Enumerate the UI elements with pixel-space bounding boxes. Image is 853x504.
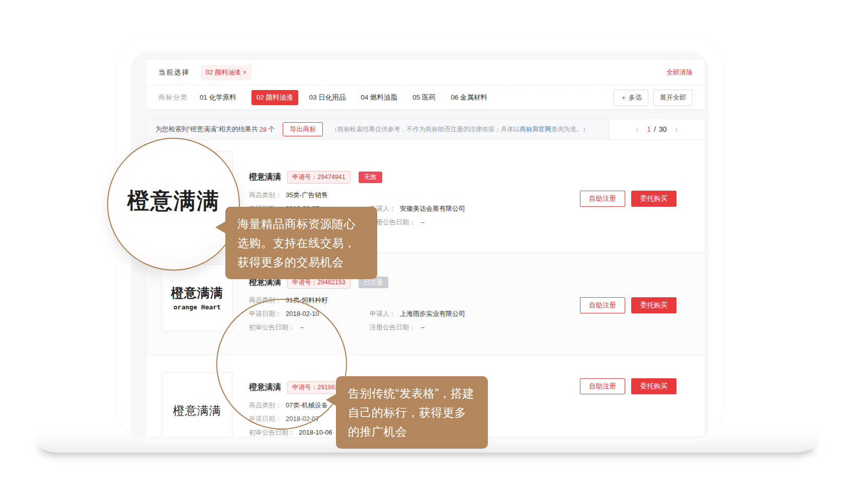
expand-all-button[interactable]: 展开全部	[653, 90, 693, 106]
status-badge: 无效	[359, 172, 382, 183]
export-trademark-button[interactable]: 导出商标	[283, 122, 323, 136]
field-value: 35类-广告销售	[286, 188, 328, 202]
magnifier-lens-top: 橙意满满	[107, 138, 240, 271]
results-count-prefix: 为您检索到“橙意满满”相关的结果共	[155, 125, 258, 134]
next-page-icon[interactable]: ›	[667, 124, 686, 135]
category-label: 商标分类	[158, 93, 188, 102]
field-value: 上海雨步实业有限公司	[400, 307, 465, 320]
magnifier-lens-bottom	[216, 299, 347, 430]
clear-all-link[interactable]: 全部清除	[666, 68, 693, 77]
trademark-name: 橙意满满	[249, 172, 281, 183]
tooltip-promotion: 告别传统“发表格”，搭建自己的标行，获得更多的推广机会	[336, 376, 488, 449]
category-list: 01 化学原料 02 颜料油漆 03 日化用品 04 燃料油脂 05 医药 06…	[200, 90, 502, 105]
field-label: 注册公告日期：	[370, 320, 415, 334]
category-item-04[interactable]: 04 燃料油脂	[361, 93, 397, 102]
multi-select-button[interactable]: ＋ 多选	[614, 90, 648, 106]
pagination: ‹ 1 / 30 ›	[609, 119, 705, 139]
application-number-tag: 申请号：29474941	[287, 171, 351, 184]
prev-page-icon[interactable]: ‹	[628, 124, 647, 135]
trademark-image-subtext: orange Heart	[174, 303, 221, 311]
total-pages: 30	[659, 125, 667, 133]
trademark-image: 橙意满满 orange Heart	[161, 264, 233, 331]
magnified-trademark-text: 橙意满满	[127, 186, 220, 216]
disclaimer-text: （商标检索结果仅供参考，不作为商标能否注册的法律依据；具体以商标局官网查询为准。…	[331, 125, 589, 134]
category-item-02-selected[interactable]: 02 颜料油漆	[251, 90, 298, 105]
field-value: 安徽美达会展有限公司	[400, 202, 465, 215]
selected-category-tag[interactable]: 02 颜料油漆×	[201, 65, 251, 80]
remove-tag-icon[interactable]: ×	[243, 69, 246, 76]
entrust-buy-button[interactable]: 委托购买	[631, 378, 676, 394]
field-label: 申请人：	[370, 307, 396, 320]
results-header: 为您检索到“橙意满满”相关的结果共 28 个 导出商标 （商标检索结果仅供参考，…	[146, 119, 705, 140]
selected-category-tag-text: 02 颜料油漆	[206, 68, 241, 76]
current-selection-row: 当前选择 02 颜料油漆× 全部清除	[146, 60, 705, 85]
category-item-03[interactable]: 03 日化用品	[309, 93, 346, 102]
self-register-button[interactable]: 自助注册	[580, 191, 625, 207]
field-label: 商品类别：	[249, 188, 282, 202]
field-value: －	[419, 320, 426, 334]
disclaimer-pre: （商标检索结果仅供参考，不作为商标能否注册的法律依据；具体以	[331, 126, 520, 133]
trademark-office-link[interactable]: 商标局官网	[520, 126, 551, 133]
current-page: 1	[647, 125, 651, 133]
disclaimer-post: 查询为准。）	[551, 126, 589, 133]
self-register-button[interactable]: 自助注册	[580, 297, 625, 313]
trademark-image-text: 橙意满满	[173, 403, 221, 418]
field-value: －	[419, 215, 426, 229]
entrust-buy-button[interactable]: 委托购买	[631, 297, 676, 313]
category-item-01[interactable]: 01 化学原料	[200, 93, 236, 102]
trademark-image-text: 橙意满满	[171, 285, 223, 301]
entrust-buy-button[interactable]: 委托购买	[631, 191, 676, 207]
self-register-button[interactable]: 自助注册	[580, 378, 625, 394]
results-count-suffix: 个	[268, 125, 275, 134]
tooltip-marketplace: 海量精品商标资源随心选购。支持在线交易，获得更多的交易机会	[225, 207, 377, 279]
field-value: 2018-10-06	[299, 426, 332, 437]
filter-card: 当前选择 02 颜料油漆× 全部清除 商标分类 01 化学原料 02 颜料油漆 …	[146, 59, 705, 110]
page: 当前选择 02 颜料油漆× 全部清除 商标分类 01 化学原料 02 颜料油漆 …	[0, 0, 853, 504]
results-count: 28	[260, 126, 267, 133]
category-row: 商标分类 01 化学原料 02 颜料油漆 03 日化用品 04 燃料油脂 05 …	[146, 85, 705, 110]
page-separator: /	[654, 125, 656, 133]
results-summary: 为您检索到“橙意满满”相关的结果共 28 个 导出商标 （商标检索结果仅供参考，…	[146, 119, 609, 139]
current-selection-label: 当前选择	[158, 68, 190, 77]
category-item-05[interactable]: 05 医药	[412, 93, 436, 102]
category-item-06[interactable]: 06 金属材料	[451, 93, 487, 102]
